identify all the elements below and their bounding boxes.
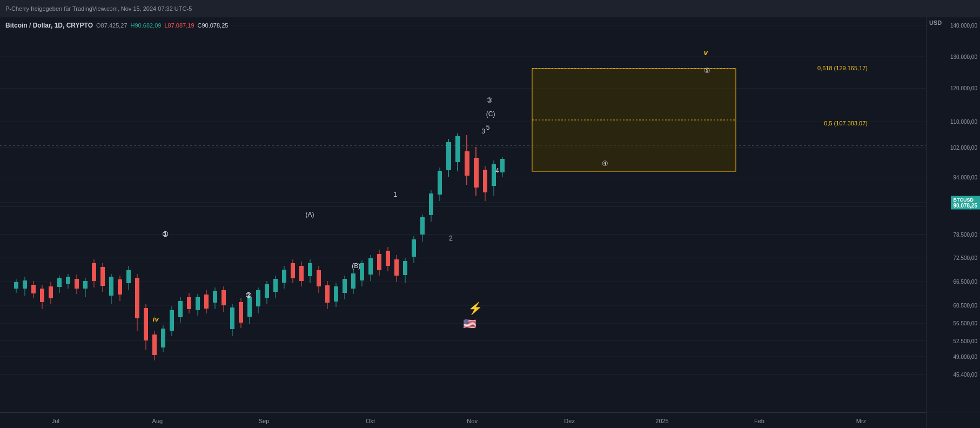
svg-rect-70 bbox=[230, 307, 234, 329]
time-sep: Sep bbox=[259, 418, 270, 424]
high-value: H90.682,09 bbox=[131, 22, 162, 29]
fib-label-05: 0,5 (107.383,07) bbox=[824, 120, 868, 126]
topbar: P-Cherry freigegeben für TradingView.com… bbox=[0, 0, 980, 17]
chart-svg bbox=[0, 17, 926, 412]
svg-rect-44 bbox=[118, 279, 122, 295]
time-2025: 2025 bbox=[655, 418, 668, 424]
ohlc-header: Bitcoin / Dollar, 1D, CRYPTO O87.425,27 … bbox=[5, 22, 228, 29]
price-78500: 78.500,00 bbox=[954, 231, 978, 237]
wave-label-1: 1 bbox=[393, 191, 397, 198]
wave-label-A: (A) bbox=[306, 211, 314, 218]
svg-rect-72 bbox=[239, 302, 243, 323]
svg-rect-88 bbox=[308, 263, 312, 276]
price-45400: 45.400,00 bbox=[954, 371, 978, 377]
svg-rect-26 bbox=[40, 289, 44, 302]
svg-rect-42 bbox=[109, 277, 113, 296]
price-axis: USD 140.000,00 130.000,00 120.000,00 110… bbox=[926, 17, 980, 412]
main-chart: Bitcoin / Dollar, 1D, CRYPTO O87.425,27 … bbox=[0, 17, 926, 412]
wave-label-2-circle: ② bbox=[245, 291, 252, 299]
close-value: C90.078,25 bbox=[198, 22, 229, 29]
wave-label-2: 2 bbox=[449, 235, 453, 242]
svg-rect-34 bbox=[75, 279, 79, 289]
svg-rect-66 bbox=[213, 291, 217, 303]
price-140000: 140.000,00 bbox=[950, 22, 977, 28]
svg-rect-68 bbox=[221, 290, 226, 305]
svg-rect-78 bbox=[265, 284, 269, 298]
svg-rect-122 bbox=[455, 136, 460, 162]
svg-rect-24 bbox=[31, 285, 36, 293]
svg-rect-92 bbox=[325, 285, 330, 303]
price-102000: 102.000,00 bbox=[950, 144, 977, 150]
svg-rect-110 bbox=[403, 261, 407, 275]
current-price-value: 90.078,25 bbox=[954, 203, 978, 209]
svg-rect-96 bbox=[343, 279, 347, 293]
wave-label-1-circle: ① bbox=[162, 230, 169, 238]
svg-rect-36 bbox=[83, 281, 88, 289]
price-56500: 56.500,00 bbox=[954, 320, 978, 326]
fib-label-618: 0,618 (129.165,17) bbox=[817, 65, 868, 71]
price-110000: 110.000,00 bbox=[950, 119, 977, 125]
svg-rect-64 bbox=[204, 295, 209, 309]
current-price-badge: BTCUSD 90.078,25 bbox=[951, 196, 981, 210]
time-axis-spacer bbox=[926, 412, 980, 428]
lightning-emoji: ⚡ bbox=[468, 302, 482, 316]
svg-rect-40 bbox=[100, 267, 105, 286]
wave-label-4-circle: ④ bbox=[602, 159, 608, 168]
price-66500: 66.500,00 bbox=[954, 279, 978, 285]
time-mrz: Mrz bbox=[856, 418, 866, 424]
open-value: O87.425,27 bbox=[96, 22, 127, 29]
svg-rect-108 bbox=[394, 259, 399, 276]
svg-rect-94 bbox=[334, 286, 338, 302]
svg-rect-56 bbox=[170, 310, 174, 331]
svg-rect-76 bbox=[256, 290, 260, 306]
svg-rect-126 bbox=[474, 158, 479, 188]
svg-rect-102 bbox=[368, 258, 373, 275]
currency-label: USD bbox=[929, 19, 942, 26]
window-title: P-Cherry freigegeben für TradingView.com… bbox=[5, 5, 192, 12]
price-52500: 52.500,00 bbox=[954, 338, 978, 344]
wave-label-C: (C) bbox=[486, 110, 495, 118]
svg-rect-22 bbox=[23, 280, 27, 289]
svg-rect-30 bbox=[57, 278, 62, 287]
svg-rect-58 bbox=[178, 301, 183, 317]
svg-rect-28 bbox=[49, 286, 53, 298]
price-72500: 72.500,00 bbox=[954, 255, 978, 261]
svg-rect-118 bbox=[438, 171, 442, 195]
svg-rect-60 bbox=[187, 297, 191, 309]
wave-label-3-num: 3 bbox=[481, 128, 485, 135]
wave-label-B: (B) bbox=[352, 262, 360, 270]
time-aug: Aug bbox=[152, 418, 163, 424]
svg-rect-20 bbox=[14, 282, 18, 289]
svg-rect-90 bbox=[317, 270, 321, 286]
time-jul: Jul bbox=[52, 418, 59, 424]
svg-rect-82 bbox=[282, 270, 286, 283]
svg-rect-38 bbox=[92, 263, 96, 281]
wave-label-4-num: 4 bbox=[495, 167, 499, 175]
svg-rect-74 bbox=[247, 297, 252, 317]
svg-rect-120 bbox=[446, 142, 451, 170]
time-axis-container: Jul Aug Sep Okt Nov Dez 2025 Feb Mrz bbox=[0, 412, 980, 428]
svg-rect-46 bbox=[126, 270, 131, 283]
price-130000: 130.000,00 bbox=[950, 54, 977, 60]
price-60500: 60.500,00 bbox=[954, 302, 978, 308]
time-dez: Dez bbox=[564, 418, 575, 424]
btcusd-label: BTCUSD bbox=[954, 197, 974, 203]
wave-label-v: v bbox=[704, 49, 708, 57]
time-feb: Feb bbox=[754, 418, 764, 424]
wave-label-5-circle: ⑤ bbox=[704, 66, 710, 75]
wave-label-5-sub: 5 bbox=[486, 124, 490, 131]
wave-label-3-circle: ③ bbox=[486, 96, 493, 104]
svg-rect-112 bbox=[412, 239, 416, 257]
svg-rect-52 bbox=[152, 335, 157, 355]
svg-rect-54 bbox=[161, 329, 165, 347]
svg-rect-104 bbox=[377, 254, 381, 270]
svg-rect-124 bbox=[465, 151, 469, 176]
svg-rect-86 bbox=[299, 266, 304, 281]
svg-rect-132 bbox=[500, 159, 505, 172]
wave-label-iv: iv bbox=[153, 315, 159, 323]
svg-rect-128 bbox=[483, 170, 487, 192]
price-94000: 94.000,00 bbox=[954, 174, 978, 180]
svg-rect-84 bbox=[291, 263, 295, 278]
svg-rect-50 bbox=[144, 308, 148, 340]
flag-emoji: 🇺🇸 bbox=[463, 317, 476, 330]
